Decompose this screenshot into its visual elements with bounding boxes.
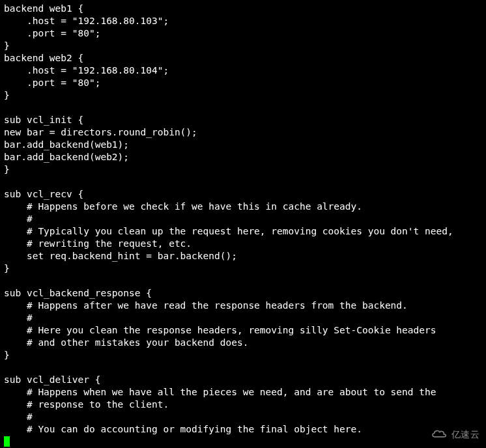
terminal-code-block: backend web1 { .host = "192.168.80.103";… [0,0,486,448]
code-text: backend web1 { .host = "192.168.80.103";… [4,3,453,434]
terminal-cursor [4,436,10,447]
